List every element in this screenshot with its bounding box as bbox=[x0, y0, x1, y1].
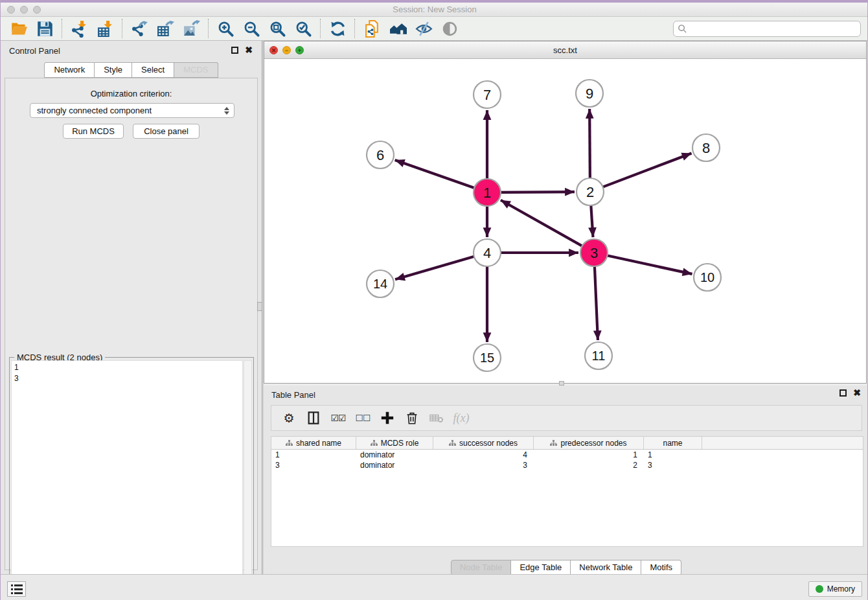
graph-edge-1-6[interactable] bbox=[395, 160, 476, 189]
graph-node-10[interactable]: 10 bbox=[694, 264, 721, 291]
node-table[interactable]: shared nameMCDS rolesuccessor nodesprede… bbox=[271, 436, 863, 547]
graph-node-15[interactable]: 15 bbox=[474, 344, 501, 371]
zoom-in-button[interactable] bbox=[214, 18, 236, 39]
refresh-button[interactable] bbox=[326, 18, 348, 39]
search-input[interactable] bbox=[690, 23, 860, 36]
tab-style[interactable]: Style bbox=[95, 62, 132, 78]
graph-node-4[interactable]: 4 bbox=[474, 239, 501, 266]
panel-divider-handle[interactable] bbox=[257, 302, 262, 311]
tab-select[interactable]: Select bbox=[132, 62, 174, 78]
duplicate-network-icon bbox=[363, 20, 381, 38]
delete-row-button[interactable] bbox=[404, 410, 420, 426]
float-table-panel-icon[interactable] bbox=[839, 389, 847, 397]
close-table-panel-icon[interactable]: ✖ bbox=[853, 388, 861, 397]
tab-edge-table[interactable]: Edge Table bbox=[511, 560, 571, 575]
svg-text:8: 8 bbox=[702, 140, 710, 156]
column-header-shared-name[interactable]: shared name bbox=[271, 437, 356, 449]
zoom-out-button[interactable] bbox=[240, 18, 262, 39]
export-network-button[interactable] bbox=[128, 18, 150, 39]
column-header-name[interactable]: name bbox=[644, 437, 702, 449]
float-panel-icon[interactable] bbox=[231, 47, 238, 54]
svg-text:11: 11 bbox=[592, 349, 606, 363]
graph-node-1[interactable]: 1 bbox=[474, 179, 501, 206]
network-canvas[interactable]: 7968124310141511 bbox=[264, 59, 866, 381]
svg-text:15: 15 bbox=[480, 351, 494, 365]
graph-edge-3-11[interactable] bbox=[595, 264, 598, 340]
tab-network-table[interactable]: Network Table bbox=[571, 560, 641, 575]
task-history-button[interactable] bbox=[7, 581, 26, 597]
toolbar-separator bbox=[122, 19, 122, 38]
hide-graphics-button[interactable] bbox=[413, 18, 435, 39]
mcds-result-scrollbar[interactable] bbox=[244, 360, 252, 600]
criterion-select[interactable]: strongly connected component bbox=[30, 103, 234, 118]
svg-text:3: 3 bbox=[590, 245, 598, 261]
network-view-window: ✕ − + scc.txt 7968124310141511 bbox=[264, 41, 867, 384]
mcds-result-fieldset: MCDS result (2 nodes) 1 3 bbox=[9, 357, 254, 600]
delete-column-button[interactable] bbox=[428, 410, 445, 426]
svg-text:14: 14 bbox=[373, 277, 387, 291]
graph-edge-3-10[interactable] bbox=[606, 255, 692, 274]
graph-edge-3-1[interactable] bbox=[501, 200, 584, 247]
cell-shared-name: 3 bbox=[271, 460, 356, 470]
table-row[interactable]: 3dominator323 bbox=[271, 460, 863, 470]
duplicate-network-button[interactable] bbox=[361, 18, 383, 39]
show-columns-button[interactable] bbox=[305, 410, 322, 426]
show-graphics-details-icon bbox=[441, 20, 459, 38]
node-table-body: 1dominator4113dominator323 bbox=[271, 450, 863, 470]
main-titlebar[interactable]: Session: New Session bbox=[1, 3, 868, 17]
graph-node-9[interactable]: 9 bbox=[576, 80, 603, 107]
houses-icon bbox=[389, 20, 407, 38]
graph-edge-2-3[interactable] bbox=[591, 203, 593, 237]
tab-motifs[interactable]: Motifs bbox=[641, 560, 681, 575]
first-neighbors-button[interactable] bbox=[387, 18, 409, 39]
export-image-button[interactable] bbox=[180, 18, 202, 39]
run-mcds-button[interactable]: Run MCDS bbox=[63, 124, 124, 139]
zoom-fit-icon bbox=[269, 20, 286, 38]
export-table-button[interactable] bbox=[154, 18, 176, 39]
network-scrollbar-handle[interactable] bbox=[559, 381, 564, 386]
column-header-successor-nodes[interactable]: successor nodes bbox=[433, 437, 534, 449]
network-window-titlebar[interactable]: ✕ − + scc.txt bbox=[264, 41, 866, 59]
graph-node-14[interactable]: 14 bbox=[367, 270, 394, 297]
column-header-mcds-role[interactable]: MCDS role bbox=[356, 437, 433, 449]
function-builder-button[interactable]: f(x) bbox=[453, 410, 470, 426]
deselect-all-button[interactable]: ☐☐ bbox=[354, 410, 371, 426]
graph-node-6[interactable]: 6 bbox=[367, 141, 394, 168]
zoom-fit-button[interactable] bbox=[266, 18, 288, 39]
select-all-button[interactable]: ☑☑ bbox=[330, 410, 347, 426]
import-network-button[interactable] bbox=[68, 18, 90, 39]
column-header-predecessor-nodes[interactable]: predecessor nodes bbox=[534, 437, 644, 449]
import-table-button[interactable] bbox=[94, 18, 116, 39]
memory-label: Memory bbox=[827, 584, 855, 594]
open-folder-icon bbox=[10, 20, 28, 38]
table-options-button[interactable]: ⚙ bbox=[280, 410, 297, 426]
graph-edge-2-8[interactable] bbox=[601, 154, 692, 188]
close-panel-icon[interactable]: ✖ bbox=[245, 45, 253, 54]
graph-node-11[interactable]: 11 bbox=[585, 342, 612, 369]
graph-edge-1-2[interactable] bbox=[499, 192, 575, 192]
optimization-criterion-label: Optimization criterion: bbox=[5, 89, 257, 98]
graph-node-7[interactable]: 7 bbox=[474, 81, 501, 108]
graph-node-3[interactable]: 3 bbox=[580, 239, 608, 266]
control-panel-tabs: NetworkStyleSelectMCDS bbox=[1, 62, 262, 78]
svg-text:10: 10 bbox=[700, 270, 714, 284]
tab-node-table[interactable]: Node Table bbox=[451, 560, 512, 575]
add-row-button[interactable] bbox=[379, 410, 396, 426]
cell-successor-nodes: 4 bbox=[433, 450, 534, 460]
graph-edge-4-14[interactable] bbox=[395, 256, 476, 279]
save-session-button[interactable] bbox=[34, 18, 56, 39]
close-panel-button[interactable]: Close panel bbox=[133, 124, 200, 139]
tab-network[interactable]: Network bbox=[44, 62, 95, 78]
tab-mcds[interactable]: MCDS bbox=[174, 62, 218, 78]
show-graphics-button[interactable] bbox=[439, 18, 461, 39]
zoom-in-icon bbox=[217, 20, 234, 38]
open-session-button[interactable] bbox=[8, 18, 30, 39]
zoom-selected-button[interactable] bbox=[292, 18, 314, 39]
graph-edge-2-9[interactable] bbox=[589, 109, 590, 180]
graph-node-8[interactable]: 8 bbox=[692, 134, 720, 161]
table-row[interactable]: 1dominator411 bbox=[271, 450, 863, 460]
memory-button[interactable]: Memory bbox=[808, 581, 862, 597]
mcds-result-text[interactable]: 1 3 bbox=[11, 360, 243, 600]
search-field[interactable] bbox=[673, 21, 861, 37]
graph-node-2[interactable]: 2 bbox=[577, 178, 604, 205]
